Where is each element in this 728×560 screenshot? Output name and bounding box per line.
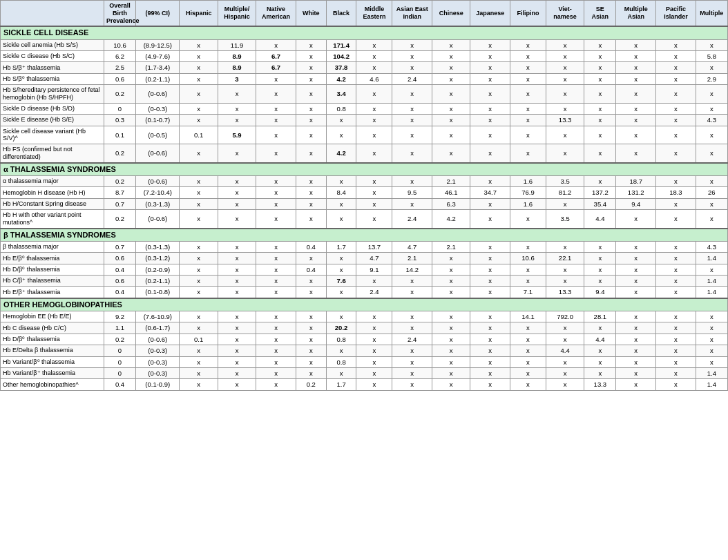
cell-ci: (0-0.6) xyxy=(136,144,180,163)
cell-viet: 13.3 xyxy=(546,115,584,126)
cell-prev: 0.2 xyxy=(104,85,135,104)
cell-asiEast: x xyxy=(392,144,432,163)
cell-chinese: x xyxy=(432,62,470,73)
cell-multiple: x xyxy=(696,103,727,114)
cell-native: x xyxy=(256,175,296,186)
cell-white: x xyxy=(296,187,326,198)
cell-prev: 10.6 xyxy=(104,39,135,50)
cell-ci: (0.1-0.9) xyxy=(136,379,180,390)
cell-prev: 0.3 xyxy=(104,115,135,126)
cell-viet: x xyxy=(546,103,584,114)
cell-multHisp: x xyxy=(218,253,256,264)
cell-multHisp: 11.9 xyxy=(218,39,256,50)
cell-asiEast: x xyxy=(392,62,432,73)
cell-asiEast: x xyxy=(392,276,432,287)
cell-japanese: x xyxy=(470,50,510,61)
cell-midEast: x xyxy=(356,50,392,61)
cell-white: x xyxy=(296,144,326,163)
cell-asiEast: x xyxy=(392,39,432,50)
cell-se: x xyxy=(584,264,616,275)
cell-native: x xyxy=(256,126,296,144)
header-multiple-asian: MultipleAsian xyxy=(616,1,656,27)
cell-multHisp: x xyxy=(218,367,256,378)
cell-pacific: x xyxy=(656,85,696,104)
cell-se: x xyxy=(584,322,616,334)
cell-multHisp: x xyxy=(218,322,256,334)
cell-asiEast: 2.1 xyxy=(392,253,432,264)
cell-japanese: x xyxy=(470,175,510,186)
cell-se: 28.1 xyxy=(584,311,616,322)
header-chinese: Chinese xyxy=(432,1,470,27)
cell-multiple: 1.4 xyxy=(696,287,727,298)
cell-hisp: x xyxy=(180,241,218,252)
cell-japanese: x xyxy=(470,322,510,334)
cell-viet: x xyxy=(546,379,584,390)
cell-asiEast: x xyxy=(392,345,432,356)
cell-ci: (8.9-12.5) xyxy=(136,39,180,50)
cell-multiple: x xyxy=(696,334,727,345)
table-row: α thalassemia major0.2(0-0.6)xxxxxxx2.1x… xyxy=(1,175,728,186)
cell-white: x xyxy=(296,115,326,126)
cell-pacific: x xyxy=(656,73,696,84)
cell-filipino: 1.6 xyxy=(510,175,546,186)
cell-viet: x xyxy=(546,356,584,367)
cell-japanese: x xyxy=(470,345,510,356)
cell-midEast: x xyxy=(356,345,392,356)
section-header: β THALASSEMIA SYNDROMES xyxy=(1,229,728,242)
cell-se: x xyxy=(584,115,616,126)
cell-prev: 0.4 xyxy=(104,264,135,275)
table-row: Hb E/β⁰ thalassemia0.6(0.3-1.2)xxxxx4.72… xyxy=(1,253,728,264)
cell-white: x xyxy=(296,356,326,367)
cell-prev: 0.2 xyxy=(104,175,135,186)
cell-midEast: x xyxy=(356,115,392,126)
cell-hisp: x xyxy=(180,379,218,390)
cell-prev: 0.4 xyxy=(104,379,135,390)
cell-hisp: x xyxy=(180,322,218,334)
cell-hisp: x xyxy=(180,115,218,126)
cell-viet: x xyxy=(546,322,584,334)
cell-ci: (0.1-0.7) xyxy=(136,115,180,126)
section-header: SICKLE CELL DISEASE xyxy=(1,26,728,39)
cell-multiple: x xyxy=(696,144,727,163)
cell-hisp: x xyxy=(180,62,218,73)
cell-multAsian: x xyxy=(616,253,656,264)
cell-disease: Sickle D disease (Hb S/D) xyxy=(1,103,104,114)
cell-filipino: x xyxy=(510,379,546,390)
cell-japanese: x xyxy=(470,253,510,264)
cell-black: x xyxy=(326,264,356,275)
cell-filipino: x xyxy=(510,144,546,163)
header-white: White xyxy=(296,1,326,27)
cell-filipino: x xyxy=(510,345,546,356)
cell-native: x xyxy=(256,144,296,163)
cell-native: x xyxy=(256,367,296,378)
cell-viet: x xyxy=(546,367,584,378)
cell-native: x xyxy=(256,287,296,298)
cell-multAsian: x xyxy=(616,379,656,390)
cell-japanese: x xyxy=(470,62,510,73)
cell-multAsian: x xyxy=(616,126,656,144)
cell-chinese: x xyxy=(432,39,470,50)
cell-disease: Hb D/β⁰ thalassemia xyxy=(1,334,104,345)
cell-japanese: x xyxy=(470,198,510,209)
cell-filipino: x xyxy=(510,264,546,275)
cell-native: x xyxy=(256,334,296,345)
cell-asiEast: x xyxy=(392,311,432,322)
cell-multAsian: x xyxy=(616,367,656,378)
cell-midEast: x xyxy=(356,379,392,390)
cell-ci: (0-0.3) xyxy=(136,367,180,378)
cell-ci: (0.6-1.7) xyxy=(136,322,180,334)
cell-se: x xyxy=(584,126,616,144)
table-row: Sickle C disease (Hb S/C)6.2(4.9-7.6)x8.… xyxy=(1,50,728,61)
cell-chinese: x xyxy=(432,264,470,275)
cell-black: 104.2 xyxy=(326,50,356,61)
cell-disease: Hb D/β⁰ thalassemia xyxy=(1,264,104,275)
cell-filipino: 14.1 xyxy=(510,311,546,322)
cell-disease: Hb Variant/β⁰ thalassemia xyxy=(1,356,104,367)
cell-white: 0.4 xyxy=(296,264,326,275)
cell-ci: (0-0.3) xyxy=(136,345,180,356)
cell-chinese: 6.3 xyxy=(432,198,470,209)
cell-multiple: x xyxy=(696,356,727,367)
cell-midEast: x xyxy=(356,187,392,198)
cell-japanese: x xyxy=(470,367,510,378)
cell-se: 4.4 xyxy=(584,210,616,229)
